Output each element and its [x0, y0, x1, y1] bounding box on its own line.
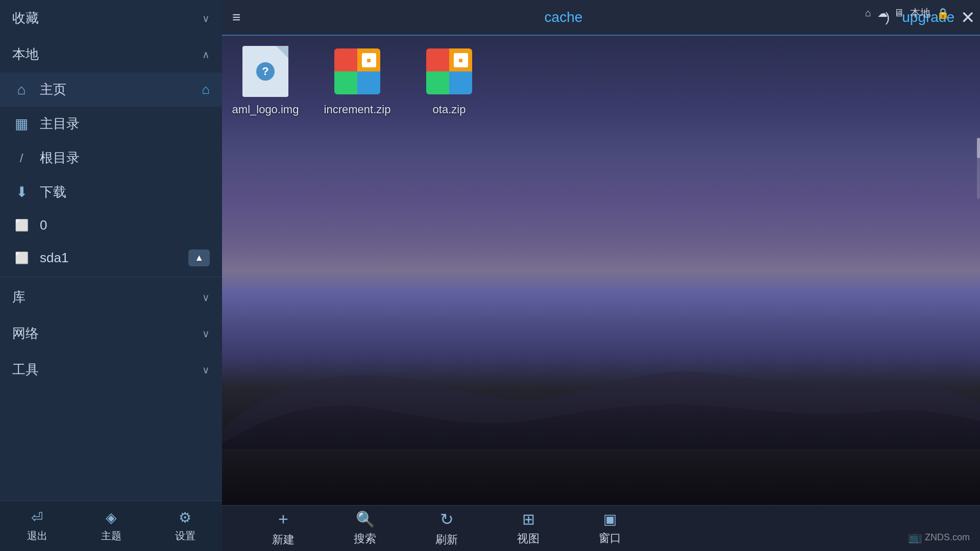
local-items: ⌂ 主页 ⌂ ▦ 主目录 / 根目录 ⬇ 下载 ⬜ 0 ⬜ sda1 ▲ [0, 72, 222, 274]
sidebar-item-rootdir[interactable]: / 根目录 [0, 141, 222, 175]
sidebar-section-library[interactable]: 库 ∨ [0, 279, 222, 315]
sidebar-item-download[interactable]: ⬇ 下载 [0, 175, 222, 209]
eject-button[interactable]: ▲ [188, 249, 210, 266]
ota-q4 [449, 71, 472, 94]
img-file-icon: ? [242, 46, 288, 97]
watermark-text: ZNDS.com [925, 532, 970, 543]
home-label: 主页 [40, 81, 192, 98]
sidebar-item-zero[interactable]: ⬜ 0 [0, 209, 222, 241]
file-ota[interactable]: ■ ota.zip [416, 46, 482, 116]
search-label: 搜索 [354, 531, 376, 546]
download-icon: ⬇ [12, 184, 31, 201]
search-icon: 🔍 [356, 510, 375, 528]
home-icon: ⌂ [12, 82, 31, 98]
rootdir-label: 根目录 [40, 149, 210, 167]
sidebar-section-local[interactable]: 本地 ∧ [0, 36, 222, 72]
zip-q2: ■ [357, 48, 380, 71]
new-label: 新建 [272, 532, 295, 547]
refresh-button[interactable]: ↻ 刷新 [406, 510, 487, 547]
aml-logo-label: aml_logo.img [232, 103, 299, 116]
exit-icon: ⏎ [31, 509, 43, 526]
zero-icon: ⬜ [12, 219, 31, 232]
files-grid: ? aml_logo.img ■ increm [232, 46, 482, 116]
local-nav-label: 本地 [910, 6, 930, 20]
topbar-nav-icons: ⌂ ☁ 🖥 本地 🔒 [865, 6, 949, 20]
main-content: ⌂ ☁ 🖥 本地 🔒 ≡ cache ) upgrade ✕ [222, 0, 980, 551]
increment-icon: ■ [332, 46, 383, 97]
view-icon: ⊞ [522, 510, 535, 528]
file-area: ? aml_logo.img ■ increm [222, 36, 980, 505]
sidebar-section-tools[interactable]: 工具 ∨ [0, 352, 222, 388]
lock-nav-icon: 🔒 [937, 7, 949, 19]
zip-q4 [357, 71, 380, 94]
search-button[interactable]: 🔍 搜索 [324, 510, 406, 546]
tv-icon: 📺 [908, 531, 922, 544]
favorites-chevron: ∨ [202, 12, 210, 24]
file-increment[interactable]: ■ increment.zip [324, 46, 390, 116]
ota-center: ■ [454, 53, 468, 67]
view-button[interactable]: ⊞ 视图 [487, 510, 569, 546]
tools-label: 工具 [12, 361, 39, 379]
theme-icon: ◈ [106, 509, 117, 526]
current-path: cache [254, 9, 873, 26]
exit-button[interactable]: ⏎ 退出 [0, 501, 74, 551]
ota-q3 [426, 71, 449, 94]
zip-center: ■ [362, 53, 376, 67]
sda1-icon: ⬜ [12, 252, 31, 265]
sidebar-section-favorites[interactable]: 收藏 ∨ [0, 0, 222, 36]
view-label: 视图 [517, 531, 540, 546]
settings-icon: ⚙ [179, 509, 191, 526]
ground-bg [222, 449, 980, 505]
window-icon: ▣ [603, 511, 617, 528]
sidebar-item-sda1[interactable]: ⬜ sda1 ▲ [0, 241, 222, 274]
maindir-label: 主目录 [40, 115, 210, 133]
exit-label: 退出 [27, 529, 47, 543]
zip-file-icon-2: ■ [426, 48, 472, 94]
sidebar-section-network[interactable]: 网络 ∨ [0, 315, 222, 352]
increment-label: increment.zip [324, 103, 391, 116]
theme-label: 主题 [101, 529, 121, 543]
scroll-indicator[interactable] [977, 138, 980, 199]
settings-button[interactable]: ⚙ 设置 [148, 501, 222, 551]
zip-file-icon: ■ [334, 48, 380, 94]
tools-chevron: ∨ [202, 364, 210, 376]
sidebar-item-maindir[interactable]: ▦ 主目录 [0, 107, 222, 141]
ota-q1 [426, 48, 449, 71]
close-button[interactable]: ✕ [961, 7, 975, 28]
home-active-icon: ⌂ [202, 82, 210, 97]
theme-button[interactable]: ◈ 主题 [74, 501, 148, 551]
sidebar-bottom-bar: ⏎ 退出 ◈ 主题 ⚙ 设置 [0, 500, 222, 551]
favorites-label: 收藏 [12, 9, 39, 27]
cloud-nav-icon: ☁ [877, 7, 888, 19]
menu-button[interactable]: ≡ [232, 9, 240, 26]
sidebar-item-home[interactable]: ⌂ 主页 ⌂ [0, 72, 222, 107]
network-label: 网络 [12, 324, 39, 342]
network-chevron: ∨ [202, 328, 210, 340]
divider-library [0, 277, 222, 277]
library-label: 库 [12, 288, 26, 306]
monitor-nav-icon: 🖥 [894, 7, 904, 19]
ota-icon: ■ [424, 46, 475, 97]
window-button[interactable]: ▣ 窗口 [569, 511, 651, 546]
topbar: ⌂ ☁ 🖥 本地 🔒 ≡ cache ) upgrade ✕ [222, 0, 980, 36]
new-button[interactable]: + 新建 [242, 509, 324, 547]
file-aml-logo[interactable]: ? aml_logo.img [232, 46, 299, 116]
question-mark: ? [256, 62, 275, 81]
new-icon: + [278, 509, 288, 529]
ota-q2: ■ [449, 48, 472, 71]
library-chevron: ∨ [202, 291, 210, 304]
maindir-icon: ▦ [12, 115, 31, 132]
local-chevron: ∧ [202, 48, 210, 61]
settings-label: 设置 [175, 529, 195, 543]
bottom-toolbar: + 新建 🔍 搜索 ↻ 刷新 ⊞ 视图 ▣ 窗口 📺 ZNDS.com [222, 505, 980, 551]
home-nav-icon: ⌂ [865, 7, 871, 19]
refresh-icon: ↻ [440, 510, 454, 529]
sidebar: 收藏 ∨ 本地 ∧ ⌂ 主页 ⌂ ▦ 主目录 / 根目录 ⬇ 下载 ⬜ 0 [0, 0, 222, 551]
refresh-label: 刷新 [435, 532, 458, 547]
ota-label: ota.zip [433, 103, 466, 116]
aml-logo-icon: ? [240, 46, 291, 97]
sda1-label: sda1 [40, 250, 179, 266]
rootdir-icon: / [12, 151, 31, 165]
zip-q3 [334, 71, 357, 94]
mountains-bg [222, 327, 980, 454]
